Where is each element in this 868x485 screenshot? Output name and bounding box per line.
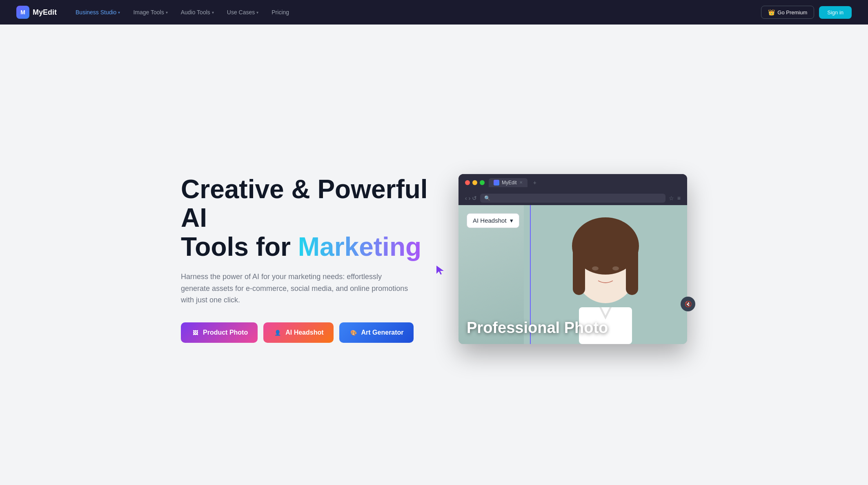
hero-buttons: 🖼 Product Photo 👤 AI Headshot 🎨 Art Gene… (181, 322, 442, 343)
mute-icon: 🔇 (685, 301, 692, 307)
svg-rect-5 (573, 246, 585, 295)
tab-logo-icon (494, 180, 499, 186)
browser-tab: MyEdit ✕ (489, 178, 527, 187)
url-bar[interactable]: 🔍 (480, 194, 665, 203)
menu-icon: ≡ (677, 195, 681, 201)
close-dot (465, 180, 470, 185)
browser-nav-icons-right: ☆ ≡ (669, 195, 681, 201)
nav-links: Business Studio ▾ Image Tools ▾ Audio To… (70, 6, 761, 19)
ai-headshot-button[interactable]: 👤 AI Headshot (263, 322, 333, 343)
cursor-arrow-icon (435, 264, 446, 278)
nav-item-business-studio[interactable]: Business Studio ▾ (70, 6, 126, 19)
sign-in-button[interactable]: Sign in (819, 6, 852, 19)
nav-item-pricing[interactable]: Pricing (266, 6, 295, 19)
browser-content: AI Headshot ▾ (458, 205, 687, 344)
chevron-down-icon: ▾ (166, 10, 168, 15)
art-generator-icon: 🎨 (349, 328, 358, 337)
tab-close-icon[interactable]: ✕ (519, 180, 523, 185)
bookmark-icon: ☆ (669, 195, 674, 201)
hero-right: MyEdit ✕ + ‹ › ↺ 🔍 ☆ ≡ (442, 174, 687, 344)
product-photo-icon: 🖼 (191, 328, 200, 337)
browser-toolbar: MyEdit ✕ + (458, 174, 687, 191)
browser-nav: ‹ › ↺ 🔍 ☆ ≡ (458, 191, 687, 205)
chevron-down-icon: ▾ (118, 10, 120, 15)
logo-icon: M (16, 6, 29, 19)
browser-dots (465, 180, 485, 185)
svg-point-9 (592, 266, 599, 270)
svg-rect-6 (626, 246, 638, 295)
back-icon[interactable]: ‹ (465, 195, 467, 201)
navbar: M MyEdit Business Studio ▾ Image Tools ▾… (0, 0, 868, 25)
browser-nav-arrows: ‹ › ↺ (465, 195, 477, 201)
hero-description: Harness the power of AI for your marketi… (181, 271, 410, 306)
ai-headshot-icon: 👤 (273, 328, 282, 337)
go-premium-button[interactable]: 👑 Go Premium (761, 6, 814, 19)
search-icon: 🔍 (484, 195, 490, 201)
professional-photo-text: Professional Photo (467, 319, 679, 337)
reload-icon[interactable]: ↺ (472, 195, 477, 201)
chevron-down-icon: ▾ (510, 217, 513, 224)
hero-left: Creative & Powerful AI Tools for Marketi… (181, 175, 442, 343)
nav-item-image-tools[interactable]: Image Tools ▾ (127, 6, 173, 19)
crown-icon: 👑 (768, 9, 775, 16)
forward-icon[interactable]: › (469, 195, 471, 201)
chevron-down-icon: ▾ (256, 10, 258, 15)
nav-item-use-cases[interactable]: Use Cases ▾ (221, 6, 264, 19)
chevron-down-icon: ▾ (212, 10, 214, 15)
svg-point-10 (612, 266, 619, 270)
minimize-dot (472, 180, 477, 185)
ai-headshot-dropdown[interactable]: AI Headshot ▾ (467, 213, 519, 228)
hero-title: Creative & Powerful AI Tools for Marketi… (181, 175, 442, 261)
art-generator-button[interactable]: 🎨 Art Generator (339, 322, 414, 343)
hero-title-highlight: Marketing (298, 232, 421, 261)
new-tab-icon[interactable]: + (533, 179, 536, 186)
product-photo-button[interactable]: 🖼 Product Photo (181, 322, 258, 343)
hero-section: Creative & Powerful AI Tools for Marketi… (148, 25, 720, 485)
mute-button[interactable]: 🔇 (681, 297, 695, 311)
svg-marker-0 (436, 266, 444, 275)
logo-text: MyEdit (33, 8, 57, 17)
maximize-dot (480, 180, 485, 185)
nav-item-audio-tools[interactable]: Audio Tools ▾ (175, 6, 220, 19)
logo-link[interactable]: M MyEdit (16, 6, 57, 19)
browser-mockup: MyEdit ✕ + ‹ › ↺ 🔍 ☆ ≡ (458, 174, 687, 344)
nav-right: 👑 Go Premium Sign in (761, 6, 852, 19)
